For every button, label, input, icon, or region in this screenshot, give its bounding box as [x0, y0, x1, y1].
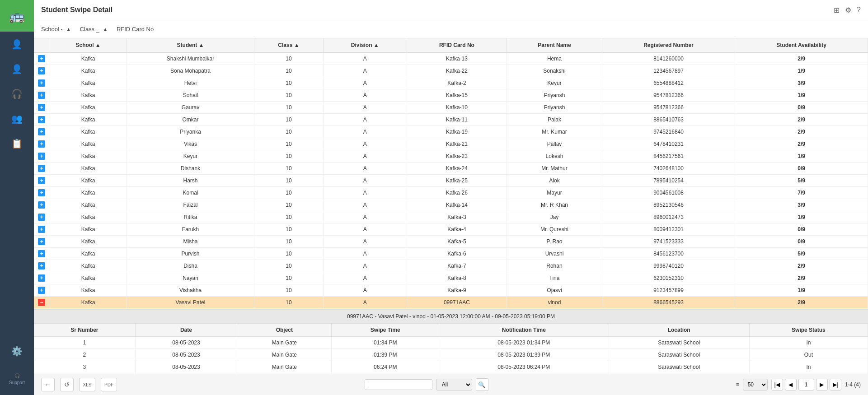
- table-row[interactable]: + Kafka Komal 10 A Kafka-26 Mayur 900456…: [34, 187, 868, 199]
- expand-cell[interactable]: +: [34, 272, 50, 284]
- col-rfid[interactable]: RFID Card No: [407, 38, 507, 52]
- table-row[interactable]: + Kafka Purvish 10 A Kafka-6 Urvashi 845…: [34, 248, 868, 260]
- col-division[interactable]: Division ▲: [323, 38, 407, 52]
- table-row[interactable]: + Kafka Harsh 10 A Kafka-25 Alok 7895410…: [34, 175, 868, 187]
- search-input[interactable]: [365, 379, 432, 390]
- expand-button[interactable]: +: [38, 201, 45, 209]
- expand-button[interactable]: +: [38, 274, 45, 282]
- expand-button[interactable]: +: [38, 262, 45, 270]
- table-row[interactable]: + Kafka Disha 10 A Kafka-7 Rohan 9998740…: [34, 260, 868, 272]
- expand-button[interactable]: −: [38, 299, 45, 306]
- expand-cell[interactable]: +: [34, 138, 50, 150]
- expand-cell[interactable]: +: [34, 248, 50, 260]
- col-parent[interactable]: Parent Name: [507, 38, 602, 52]
- expand-button[interactable]: +: [38, 128, 45, 135]
- table-row[interactable]: + Kafka Hetvi 10 A Kafka-2 Keyur 6554888…: [34, 77, 868, 89]
- expand-cell[interactable]: +: [34, 260, 50, 272]
- table-row[interactable]: + Kafka Nayan 10 A Kafka-8 Tina 62301523…: [34, 272, 868, 284]
- expand-button[interactable]: +: [38, 250, 45, 257]
- sidebar-icon-settings[interactable]: ⚙️: [0, 339, 34, 363]
- table-row[interactable]: + Kafka Sona Mohapatra 10 A Kafka-22 Son…: [34, 65, 868, 77]
- expand-cell[interactable]: +: [34, 52, 50, 65]
- expand-button[interactable]: +: [38, 153, 45, 160]
- sidebar-icon-people[interactable]: 👥: [0, 106, 34, 131]
- expand-button[interactable]: +: [38, 140, 45, 148]
- col-reg[interactable]: Registered Number: [602, 38, 735, 52]
- table-row[interactable]: + Kafka Shakshi Mumbaikar 10 A Kafka-13 …: [34, 52, 868, 65]
- sidebar-icon-headset[interactable]: 🎧: [0, 81, 34, 106]
- col-avail[interactable]: Student Availability: [735, 38, 868, 52]
- table-row[interactable]: + Kafka Vikas 10 A Kafka-21 Pallav 64784…: [34, 138, 868, 150]
- table-header-row: School ▲ Student ▲ Class ▲ Division ▲ RF…: [34, 38, 868, 52]
- expand-button[interactable]: +: [38, 287, 45, 294]
- search-button[interactable]: 🔍: [476, 378, 488, 391]
- rfid-filter[interactable]: RFID Card No: [117, 26, 154, 33]
- expand-cell[interactable]: +: [34, 199, 50, 211]
- expand-cell[interactable]: +: [34, 236, 50, 248]
- expand-cell[interactable]: +: [34, 126, 50, 138]
- table-row[interactable]: + Kafka Dishank 10 A Kafka-24 Mr. Mathur…: [34, 163, 868, 175]
- table-row[interactable]: + Kafka Gaurav 10 A Kafka-10 Priyansh 95…: [34, 102, 868, 114]
- school-filter-arrow: ▲: [66, 27, 71, 32]
- first-page-button[interactable]: |◀: [771, 379, 783, 390]
- help-icon[interactable]: ?: [857, 6, 861, 14]
- expand-button[interactable]: +: [38, 214, 45, 221]
- expand-button[interactable]: +: [38, 67, 45, 74]
- expand-button[interactable]: +: [38, 189, 45, 196]
- expand-cell[interactable]: +: [34, 77, 50, 89]
- col-school[interactable]: School ▲: [50, 38, 127, 52]
- expand-cell[interactable]: +: [34, 211, 50, 223]
- expand-cell[interactable]: +: [34, 163, 50, 175]
- table-row[interactable]: + Kafka Omkar 10 A Kafka-11 Palak 886541…: [34, 114, 868, 126]
- table-row[interactable]: − Kafka Vasavi Patel 10 A 09971AAC vinod…: [34, 297, 868, 309]
- col-student[interactable]: Student ▲: [127, 38, 254, 52]
- table-row[interactable]: + Kafka Misha 10 A Kafka-5 P. Rao 974152…: [34, 236, 868, 248]
- sidebar-support[interactable]: 🎧 Support: [0, 363, 34, 395]
- expand-button[interactable]: +: [38, 116, 45, 123]
- expand-button[interactable]: +: [38, 92, 45, 99]
- xls-button[interactable]: XLS: [79, 378, 95, 391]
- expand-cell[interactable]: +: [34, 114, 50, 126]
- rows-per-page-select[interactable]: 50 25 100: [743, 379, 768, 390]
- sidebar-icon-user2[interactable]: 👤: [0, 56, 34, 81]
- expand-cell[interactable]: +: [34, 65, 50, 77]
- status-select[interactable]: All: [436, 379, 472, 390]
- expand-button[interactable]: +: [38, 79, 45, 87]
- expand-button[interactable]: +: [38, 165, 45, 172]
- table-row[interactable]: + Kafka Sohail 10 A Kafka-15 Priyansh 95…: [34, 89, 868, 102]
- last-page-button[interactable]: ▶|: [830, 379, 841, 390]
- expand-cell[interactable]: +: [34, 150, 50, 163]
- pdf-button[interactable]: PDF: [101, 378, 117, 391]
- class-filter[interactable]: Class _ ▲: [80, 26, 108, 33]
- next-page-button[interactable]: ▶: [816, 379, 828, 390]
- table-row[interactable]: + Kafka Priyanka 10 A Kafka-19 Mr. Kumar…: [34, 126, 868, 138]
- table-row[interactable]: + Kafka Faizal 10 A Kafka-14 Mr. R Khan …: [34, 199, 868, 211]
- sidebar-icon-list[interactable]: 📋: [0, 131, 34, 156]
- expand-cell[interactable]: +: [34, 175, 50, 187]
- expand-button[interactable]: +: [38, 55, 45, 62]
- sidebar-icon-user[interactable]: 👤: [0, 32, 34, 56]
- expand-button[interactable]: +: [38, 104, 45, 111]
- table-row[interactable]: + Kafka Farukh 10 A Kafka-4 Mr. Qureshi …: [34, 223, 868, 236]
- expand-button[interactable]: +: [38, 177, 45, 184]
- refresh-button[interactable]: ↺: [60, 378, 74, 391]
- expand-cell[interactable]: +: [34, 284, 50, 297]
- back-button[interactable]: ←: [41, 378, 55, 391]
- expand-cell[interactable]: +: [34, 102, 50, 114]
- filter-icon[interactable]: ⊞: [834, 6, 840, 14]
- expand-button[interactable]: +: [38, 226, 45, 233]
- page-input[interactable]: [798, 379, 814, 390]
- school-filter[interactable]: School - ▲: [41, 26, 71, 33]
- gear-icon[interactable]: ⚙: [845, 6, 851, 14]
- prev-page-button[interactable]: ◀: [785, 379, 797, 390]
- table-row[interactable]: + Kafka Ritika 10 A Kafka-3 Jay 89600124…: [34, 211, 868, 223]
- student-cell: Gaurav: [127, 102, 254, 114]
- expand-cell[interactable]: +: [34, 223, 50, 236]
- table-row[interactable]: + Kafka Vishakha 10 A Kafka-9 Ojasvi 912…: [34, 284, 868, 297]
- table-row[interactable]: + Kafka Keyur 10 A Kafka-23 Lokesh 84562…: [34, 150, 868, 163]
- expand-button[interactable]: +: [38, 238, 45, 245]
- expand-cell[interactable]: +: [34, 187, 50, 199]
- expand-cell[interactable]: +: [34, 89, 50, 102]
- expand-cell[interactable]: −: [34, 297, 50, 309]
- col-class[interactable]: Class ▲: [254, 38, 323, 52]
